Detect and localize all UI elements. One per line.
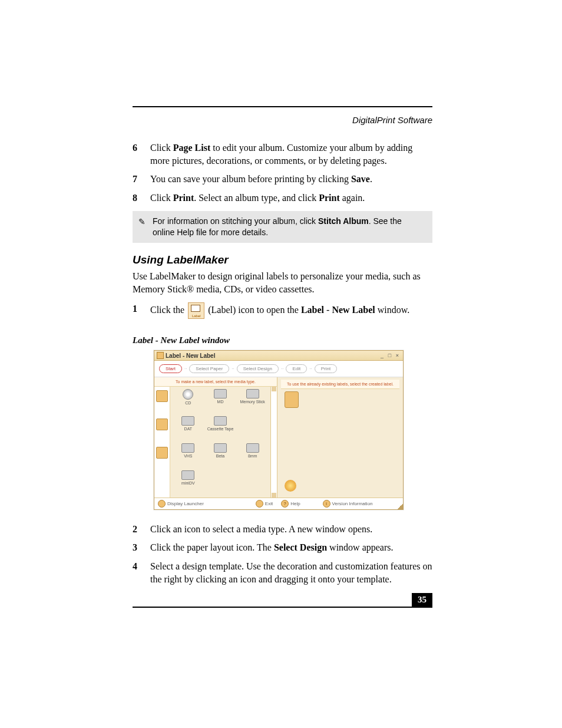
media-icon [214,443,227,453]
window-title: Label - New Label [166,353,215,359]
step-number: 8 [133,192,150,205]
step-item: 2Click an icon to select a media type. A… [133,523,432,536]
top-steps-list: 6Click Page List to edit your album. Cus… [133,141,432,204]
wizard-step-bar: Start··Select Paper··Select Design··Edit… [154,361,403,377]
step-text: You can save your album before printing … [150,173,432,186]
bottom-rule [133,607,432,608]
media-icon [181,416,194,426]
media-label: VHS [184,454,192,458]
step-item: 6Click Page List to edit your album. Cus… [133,141,432,167]
note-box: ✎ For information on stitching your albu… [133,211,432,243]
step-separator: ·· [281,366,283,371]
exit-button[interactable]: Exit [256,500,273,508]
media-icon [181,443,194,453]
window-footer: Display Launcher Exit ? Help i Version I… [154,498,403,509]
left-panel-title: To make a new label, select the media ty… [154,377,277,386]
media-icon [181,470,194,480]
step-item: 1Click the Label (Label) icon to open th… [133,302,432,319]
page-number: 35 [412,593,432,607]
step-item: 7You can save your album before printing… [133,173,432,186]
wizard-step-select-paper[interactable]: Select Paper [189,364,229,373]
step-text: Click Page List to edit your album. Cust… [150,141,432,167]
media-label: Cassette Tape [207,427,234,431]
version-info-button[interactable]: i Version Information [323,500,373,508]
app-icon [157,352,164,359]
right-panel: To use the already existing labels, sele… [277,377,403,497]
intro-paragraph: Use LabelMaker to design original labels… [133,270,432,295]
media-icon [214,389,227,398]
close-button[interactable]: × [394,353,401,358]
step-number: 1 [133,302,150,319]
step-number: 3 [133,541,150,554]
step-text: Select a design template. Use the decora… [150,560,432,585]
bottom-steps-list: 2Click an icon to select a media type. A… [133,523,432,585]
step-item: 4Select a design template. Use the decor… [133,560,432,585]
step-item: 3Click the paper layout icon. The Select… [133,541,432,554]
category-icon[interactable] [156,447,168,459]
section-heading: Using LabelMaker [133,253,432,266]
media-label: CD [185,401,191,405]
step-separator: ·· [184,366,187,371]
existing-label-icon[interactable] [285,391,299,408]
info-icon: i [323,500,330,508]
media-type-vhs[interactable]: VHS [173,443,204,469]
media-label: MD [217,400,224,404]
existing-label-icon[interactable] [285,480,296,492]
step-item: 8Click Print. Select an album type, and … [133,192,432,205]
label-window: Label - New Label _ □ × Start··Select Pa… [154,350,404,509]
category-icon[interactable] [156,419,168,430]
media-type-memory-stick[interactable]: Memory Stick [237,389,268,415]
exit-icon [256,500,263,508]
step-number: 2 [133,523,150,536]
media-label: 8mm [248,454,257,458]
minimize-button[interactable]: _ [379,353,385,358]
left-panel: To make a new label, select the media ty… [154,377,277,497]
help-icon: ? [281,500,289,508]
page-header-right: DigitalPrint Software [352,115,432,125]
step-text: Click the Label (Label) icon to open the… [150,302,432,319]
step-text: Click an icon to select a media type. A … [150,523,432,536]
media-icon [246,443,259,453]
step-text: Click the paper layout icon. The Select … [150,541,432,554]
media-type-cd[interactable]: CD [173,389,204,415]
category-strip [154,387,170,498]
scrollbar[interactable] [270,387,277,498]
help-button[interactable]: ? Help [281,500,300,508]
note-text: For information on stitching your album,… [151,216,427,238]
wizard-step-print[interactable]: Print [315,364,337,373]
wizard-step-start[interactable]: Start [159,364,182,373]
media-icon [214,416,227,426]
media-type-grid: CDMDMemory StickDATCassette TapeVHSBeta8… [170,387,270,498]
media-type-minidv[interactable]: miniDV [173,470,204,496]
media-label: DAT [184,427,192,431]
top-rule [133,106,432,107]
display-launcher-button[interactable]: Display Launcher [158,500,204,508]
step-text: Click Print. Select an album type, and c… [150,192,432,205]
label-icon: Label [188,302,204,319]
pencil-icon: ✎ [138,216,151,238]
wizard-step-select-design[interactable]: Select Design [237,364,279,373]
category-icon[interactable] [156,390,168,402]
launcher-icon [158,500,166,508]
media-icon [246,389,259,398]
right-panel-title: To use the already existing labels, sele… [281,380,399,388]
window-titlebar: Label - New Label _ □ × [154,351,403,361]
maximize-button[interactable]: □ [386,353,393,358]
media-type-cassette-tape[interactable]: Cassette Tape [205,416,236,442]
media-label: Memory Stick [240,400,265,404]
media-label: Beta [216,454,224,458]
media-label: miniDV [181,481,195,485]
media-type-8mm[interactable]: 8mm [237,443,268,469]
step-separator: ·· [309,366,312,371]
media-type-md[interactable]: MD [205,389,236,415]
resize-handle[interactable] [397,503,403,509]
step-number: 6 [133,141,150,167]
step-separator: ·· [232,366,234,371]
step-number: 7 [133,173,150,186]
figure-caption: Label - New Label window [133,335,432,345]
mid-steps-list: 1Click the Label (Label) icon to open th… [133,302,432,319]
media-type-dat[interactable]: DAT [173,416,204,442]
media-type-beta[interactable]: Beta [205,443,236,469]
wizard-step-edit[interactable]: Edit [286,364,307,373]
step-number: 4 [133,560,150,585]
